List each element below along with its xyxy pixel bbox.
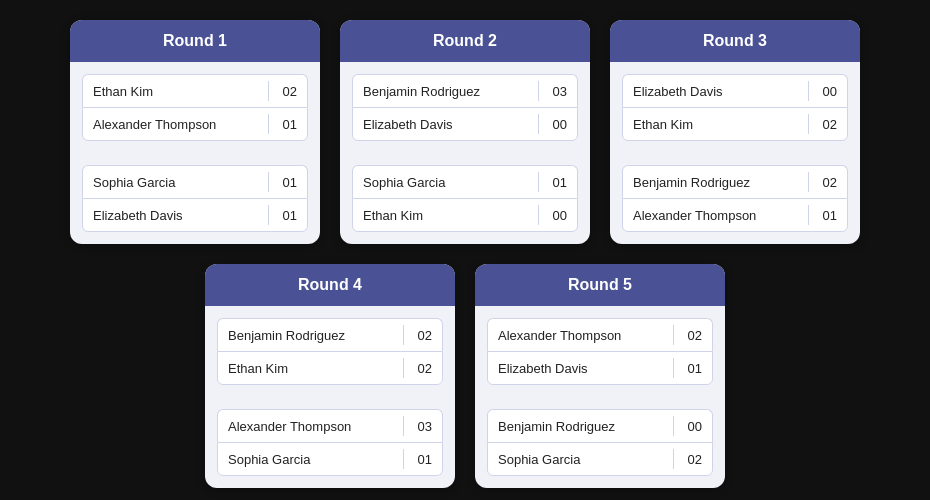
score-divider bbox=[268, 172, 269, 192]
player-score: 02 bbox=[817, 175, 837, 190]
table-row: Elizabeth Davis01 bbox=[82, 198, 308, 232]
score-divider bbox=[268, 114, 269, 134]
table-row: Benjamin Rodriguez02 bbox=[622, 165, 848, 198]
tournament-grid: Round 1Ethan Kim02Alexander Thompson01So… bbox=[0, 0, 930, 500]
score-divider bbox=[403, 325, 404, 345]
player-name: Alexander Thompson bbox=[93, 117, 268, 132]
match-group-round2-0: Benjamin Rodriguez03Elizabeth Davis00 bbox=[352, 74, 578, 141]
table-row: Alexander Thompson03 bbox=[217, 409, 443, 442]
score-divider bbox=[268, 205, 269, 225]
table-row: Sophia Garcia02 bbox=[487, 442, 713, 476]
table-row: Ethan Kim02 bbox=[217, 351, 443, 385]
score-divider bbox=[538, 172, 539, 192]
round-header-round4: Round 4 bbox=[205, 264, 455, 306]
table-row: Elizabeth Davis00 bbox=[352, 107, 578, 141]
round-header-round5: Round 5 bbox=[475, 264, 725, 306]
player-score: 02 bbox=[682, 452, 702, 467]
table-row: Alexander Thompson02 bbox=[487, 318, 713, 351]
score-divider bbox=[268, 81, 269, 101]
player-score: 02 bbox=[412, 361, 432, 376]
player-score: 00 bbox=[682, 419, 702, 434]
top-row: Round 1Ethan Kim02Alexander Thompson01So… bbox=[70, 20, 860, 244]
match-group-round1-1: Sophia Garcia01Elizabeth Davis01 bbox=[82, 165, 308, 232]
player-name: Elizabeth Davis bbox=[498, 361, 673, 376]
round-body-round4: Benjamin Rodriguez02Ethan Kim02Alexander… bbox=[205, 306, 455, 488]
score-divider bbox=[403, 358, 404, 378]
score-divider bbox=[673, 416, 674, 436]
bottom-row: Round 4Benjamin Rodriguez02Ethan Kim02Al… bbox=[205, 264, 725, 488]
score-divider bbox=[538, 205, 539, 225]
player-name: Elizabeth Davis bbox=[633, 84, 808, 99]
table-row: Benjamin Rodriguez00 bbox=[487, 409, 713, 442]
player-name: Sophia Garcia bbox=[498, 452, 673, 467]
player-score: 02 bbox=[412, 328, 432, 343]
match-group-round3-1: Benjamin Rodriguez02Alexander Thompson01 bbox=[622, 165, 848, 232]
score-divider bbox=[808, 172, 809, 192]
match-group-round1-0: Ethan Kim02Alexander Thompson01 bbox=[82, 74, 308, 141]
table-row: Ethan Kim00 bbox=[352, 198, 578, 232]
table-row: Elizabeth Davis00 bbox=[622, 74, 848, 107]
player-score: 00 bbox=[547, 117, 567, 132]
player-name: Elizabeth Davis bbox=[93, 208, 268, 223]
player-score: 01 bbox=[277, 117, 297, 132]
score-divider bbox=[673, 449, 674, 469]
player-score: 00 bbox=[817, 84, 837, 99]
table-row: Alexander Thompson01 bbox=[82, 107, 308, 141]
player-score: 00 bbox=[547, 208, 567, 223]
player-score: 01 bbox=[817, 208, 837, 223]
player-name: Sophia Garcia bbox=[228, 452, 403, 467]
table-row: Benjamin Rodriguez02 bbox=[217, 318, 443, 351]
table-row: Ethan Kim02 bbox=[82, 74, 308, 107]
table-row: Elizabeth Davis01 bbox=[487, 351, 713, 385]
player-name: Benjamin Rodriguez bbox=[633, 175, 808, 190]
round-body-round3: Elizabeth Davis00Ethan Kim02Benjamin Rod… bbox=[610, 62, 860, 244]
score-divider bbox=[808, 81, 809, 101]
player-score: 02 bbox=[682, 328, 702, 343]
player-name: Alexander Thompson bbox=[633, 208, 808, 223]
player-name: Benjamin Rodriguez bbox=[363, 84, 538, 99]
table-row: Benjamin Rodriguez03 bbox=[352, 74, 578, 107]
player-score: 01 bbox=[547, 175, 567, 190]
player-name: Sophia Garcia bbox=[93, 175, 268, 190]
player-score: 02 bbox=[277, 84, 297, 99]
player-score: 01 bbox=[412, 452, 432, 467]
table-row: Alexander Thompson01 bbox=[622, 198, 848, 232]
round-card-round3: Round 3Elizabeth Davis00Ethan Kim02Benja… bbox=[610, 20, 860, 244]
player-score: 01 bbox=[277, 208, 297, 223]
match-group-round3-0: Elizabeth Davis00Ethan Kim02 bbox=[622, 74, 848, 141]
match-group-round5-0: Alexander Thompson02Elizabeth Davis01 bbox=[487, 318, 713, 385]
round-card-round4: Round 4Benjamin Rodriguez02Ethan Kim02Al… bbox=[205, 264, 455, 488]
round-header-round3: Round 3 bbox=[610, 20, 860, 62]
player-score: 01 bbox=[682, 361, 702, 376]
score-divider bbox=[808, 114, 809, 134]
match-group-round4-1: Alexander Thompson03Sophia Garcia01 bbox=[217, 409, 443, 476]
round-card-round1: Round 1Ethan Kim02Alexander Thompson01So… bbox=[70, 20, 320, 244]
score-divider bbox=[538, 114, 539, 134]
player-name: Ethan Kim bbox=[363, 208, 538, 223]
table-row: Sophia Garcia01 bbox=[352, 165, 578, 198]
table-row: Sophia Garcia01 bbox=[82, 165, 308, 198]
player-score: 03 bbox=[547, 84, 567, 99]
round-header-round1: Round 1 bbox=[70, 20, 320, 62]
round-header-round2: Round 2 bbox=[340, 20, 590, 62]
player-name: Benjamin Rodriguez bbox=[228, 328, 403, 343]
round-card-round2: Round 2Benjamin Rodriguez03Elizabeth Dav… bbox=[340, 20, 590, 244]
player-name: Alexander Thompson bbox=[498, 328, 673, 343]
player-score: 03 bbox=[412, 419, 432, 434]
score-divider bbox=[673, 325, 674, 345]
round-body-round2: Benjamin Rodriguez03Elizabeth Davis00Sop… bbox=[340, 62, 590, 244]
player-score: 01 bbox=[277, 175, 297, 190]
match-group-round4-0: Benjamin Rodriguez02Ethan Kim02 bbox=[217, 318, 443, 385]
player-name: Ethan Kim bbox=[93, 84, 268, 99]
round-body-round1: Ethan Kim02Alexander Thompson01Sophia Ga… bbox=[70, 62, 320, 244]
player-name: Sophia Garcia bbox=[363, 175, 538, 190]
table-row: Ethan Kim02 bbox=[622, 107, 848, 141]
table-row: Sophia Garcia01 bbox=[217, 442, 443, 476]
player-name: Ethan Kim bbox=[633, 117, 808, 132]
player-score: 02 bbox=[817, 117, 837, 132]
player-name: Elizabeth Davis bbox=[363, 117, 538, 132]
score-divider bbox=[538, 81, 539, 101]
player-name: Ethan Kim bbox=[228, 361, 403, 376]
score-divider bbox=[673, 358, 674, 378]
round-body-round5: Alexander Thompson02Elizabeth Davis01Ben… bbox=[475, 306, 725, 488]
